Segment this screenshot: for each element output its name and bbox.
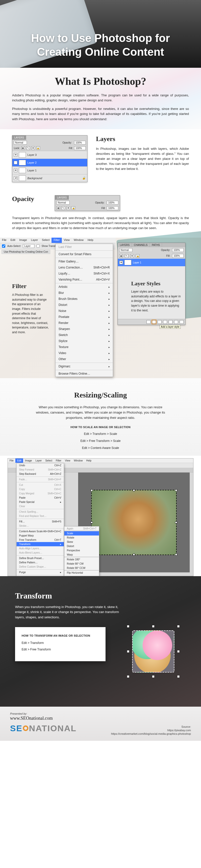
add-layer-style-icon[interactable]	[152, 320, 156, 324]
menu-layer[interactable]: Layer	[34, 459, 44, 463]
mi-paste-special[interactable]: Paste Special▸	[17, 500, 64, 504]
lock-position-icon[interactable]: ✥	[66, 206, 70, 210]
mi-rotate[interactable]: Rotate	[64, 535, 99, 540]
auto-select-value[interactable]: Layer	[23, 244, 34, 248]
mi-convert-smart[interactable]: Convert for Smart Filters	[56, 251, 113, 257]
mi-browse-online[interactable]: Browse Filters Online…	[56, 371, 113, 377]
blend-mode-select[interactable]: Normal	[57, 201, 69, 205]
layer-row[interactable]: 👁Layer 1	[12, 166, 87, 174]
transform-handle[interactable]	[133, 489, 135, 491]
mi-lens-correction[interactable]: Lens Correction…Shift+Ctrl+R	[56, 265, 113, 271]
menu-filter[interactable]: Filter	[54, 459, 63, 463]
blend-mode-select[interactable]: Normal	[14, 141, 27, 145]
lock-transparency-icon[interactable]: ▦	[119, 254, 123, 258]
transform-handle[interactable]	[91, 522, 93, 523]
transform-handle[interactable]	[127, 625, 129, 627]
auto-select-checkbox[interactable]	[2, 244, 5, 248]
lock-paint-icon[interactable]: ✎	[26, 146, 30, 150]
mi-render[interactable]: Render	[56, 320, 113, 326]
menu-filter[interactable]: Filter	[52, 238, 62, 243]
mi-paste[interactable]: PasteCtrl+V	[17, 496, 64, 500]
new-group-icon[interactable]	[169, 320, 173, 324]
lock-transparency-icon[interactable]: ▦	[21, 146, 25, 150]
transform-handle[interactable]	[152, 676, 154, 678]
mi-filter-gallery[interactable]: Filter Gallery…	[56, 258, 113, 265]
tab-channels[interactable]: CHANNELS	[132, 243, 150, 247]
mi-purge[interactable]: Purge▸	[17, 570, 64, 575]
fill-value[interactable]: 100%	[107, 206, 118, 210]
new-adjustment-icon[interactable]	[163, 320, 167, 324]
lock-position-icon[interactable]: ✥	[31, 146, 35, 150]
image-with-transform-handles[interactable]	[91, 490, 177, 555]
mi-noise[interactable]: Noise	[56, 308, 113, 314]
mi-digimarc[interactable]: Digimarc	[56, 363, 113, 369]
mi-transform[interactable]: Transform▸	[17, 542, 64, 546]
transform-handle[interactable]	[175, 522, 177, 523]
menu-help[interactable]: Help	[86, 238, 95, 243]
mi-artistic[interactable]: Artistic	[56, 284, 113, 290]
mi-stylize[interactable]: Stylize	[56, 338, 113, 344]
menu-window[interactable]: Window	[72, 459, 85, 463]
mi-undo[interactable]: UndoCtrl+Z	[17, 463, 64, 467]
fill-value[interactable]: 100%	[74, 146, 86, 150]
menu-edit[interactable]: Edit	[15, 459, 23, 463]
transform-handle[interactable]	[177, 676, 179, 678]
blend-mode-select[interactable]: Normal	[119, 248, 133, 252]
mi-distort[interactable]: Distort	[64, 544, 99, 548]
menu-view[interactable]: View	[63, 459, 72, 463]
mi-rotate-[interactable]: Rotate 180°	[64, 557, 99, 562]
show-transform-checkbox[interactable]	[36, 244, 40, 248]
layer-row-background[interactable]: 👁Background🔒	[12, 174, 87, 182]
mi-other[interactable]: Other	[56, 356, 113, 362]
visibility-icon[interactable]: 👁	[119, 261, 123, 264]
transform-handle[interactable]	[175, 489, 177, 491]
transform-handle[interactable]	[127, 650, 129, 652]
menu-layer[interactable]: Layer	[29, 238, 40, 243]
mi-perspective[interactable]: Perspective	[64, 548, 99, 553]
mi-vanishing-point[interactable]: Vanishing Point…Alt+Ctrl+V	[56, 277, 113, 283]
lock-all-icon[interactable]: 🔒	[136, 254, 139, 258]
mi-rotate-cw[interactable]: Rotate 90° CW	[64, 562, 99, 566]
fill-value[interactable]: 100%	[172, 254, 184, 258]
mi-rotate-ccw[interactable]: Rotate 90° CCW	[64, 566, 99, 570]
link-layers-icon[interactable]	[146, 320, 150, 324]
delete-layer-icon[interactable]	[180, 320, 184, 324]
opacity-value[interactable]: 100%	[74, 141, 86, 145]
mi-distort[interactable]: Distort	[56, 302, 113, 308]
visibility-icon[interactable]: 👁	[14, 153, 17, 157]
lock-all-icon[interactable]: 🔒	[36, 146, 40, 150]
document-tab[interactable]: Use Photoshop for Creating Online Con	[1, 250, 50, 254]
mi-define-brush-preset-[interactable]: Define Brush Preset…	[17, 556, 64, 560]
menu-help[interactable]: Help	[84, 459, 93, 463]
transform-handle[interactable]	[127, 676, 129, 678]
layers-tab[interactable]: LAYERS	[12, 135, 26, 140]
visibility-icon[interactable]: 👁	[14, 168, 17, 172]
mi-blur[interactable]: Blur	[56, 290, 113, 296]
menu-window[interactable]: Window	[72, 238, 86, 243]
menu-file[interactable]: File	[0, 238, 8, 243]
mi-scale[interactable]: Scale	[64, 531, 99, 535]
mi-liquify[interactable]: Liquify…Shift+Ctrl+X	[56, 271, 113, 277]
opacity-value[interactable]: 100%	[172, 248, 184, 252]
visibility-icon[interactable]: 👁	[14, 177, 17, 180]
menu-edit[interactable]: Edit	[8, 238, 17, 243]
mi-free-transform[interactable]: Free TransformCtrl+T	[17, 538, 64, 542]
mi-sketch[interactable]: Sketch	[56, 332, 113, 338]
transform-handle[interactable]	[177, 650, 179, 652]
mi-brush-strokes[interactable]: Brush Strokes	[56, 296, 113, 302]
lock-all-icon[interactable]: 🔒	[71, 206, 75, 210]
transform-handle[interactable]	[152, 625, 154, 627]
lock-position-icon[interactable]: ✥	[131, 254, 134, 258]
layer-row-selected[interactable]: 👁 Layer 1	[118, 259, 185, 266]
layers-tab[interactable]: LAYERS	[55, 195, 69, 200]
mi-pixelate[interactable]: Pixelate	[56, 314, 113, 320]
menu-image[interactable]: Image	[17, 238, 29, 243]
lock-paint-icon[interactable]: ✎	[62, 206, 65, 210]
mi-flip-horizontal[interactable]: Flip Horizontal	[64, 571, 99, 575]
lock-transparency-icon[interactable]: ▦	[57, 206, 60, 210]
mi-fill-[interactable]: Fill…Shift+F5	[17, 520, 64, 524]
mi-video[interactable]: Video	[56, 350, 113, 356]
visibility-icon[interactable]: 👁	[14, 161, 17, 164]
transform-handle[interactable]	[91, 489, 93, 491]
menu-select[interactable]: Select	[40, 238, 52, 243]
